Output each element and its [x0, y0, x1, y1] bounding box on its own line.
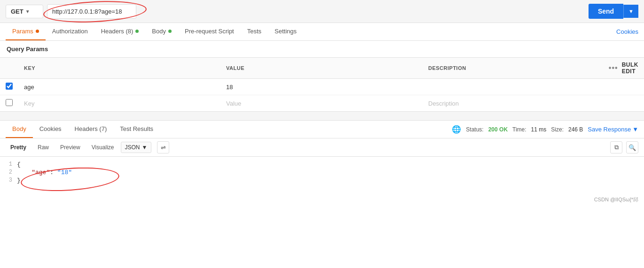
row1-checkbox[interactable] — [6, 83, 13, 90]
wrap-lines-button[interactable]: ⇌ — [157, 141, 169, 153]
format-tab-preview-label: Preview — [60, 144, 80, 151]
globe-icon: 🌐 — [452, 125, 461, 134]
line-num-3: 3 — [0, 177, 17, 184]
tab-authorization-label: Authorization — [52, 28, 88, 35]
row2-desc-cell: Description — [423, 95, 603, 112]
tab-params[interactable]: Params — [6, 23, 46, 40]
response-tab-headers-label: Headers (7) — [75, 125, 107, 132]
tab-headers-label: Headers (8) — [101, 28, 134, 35]
json-format-select[interactable]: JSON ▼ — [121, 142, 152, 153]
response-tab-headers[interactable]: Headers (7) — [68, 121, 114, 138]
query-params-header: Query Params — [0, 41, 644, 57]
wrap-lines-icon: ⇌ — [161, 144, 166, 151]
tab-authorization[interactable]: Authorization — [46, 23, 94, 40]
url-input[interactable] — [47, 4, 136, 19]
col-header-actions: ••• Bulk Edit — [603, 58, 644, 79]
cookies-link[interactable]: Cookies — [616, 28, 638, 35]
response-tab-cookies[interactable]: Cookies — [33, 121, 68, 138]
format-tab-raw[interactable]: Raw — [33, 142, 54, 153]
size-label: Size: — [551, 126, 564, 133]
watermark-text: CSDN @IIQSω[*邱 — [594, 197, 638, 202]
row2-desc-placeholder: Description — [428, 100, 459, 107]
method-select[interactable]: GET ▼ — [6, 5, 43, 18]
code-area: 1 { 2 "age": "18" 3 } — [0, 157, 644, 194]
tab-tests-label: Tests — [247, 28, 261, 35]
code-key-value: "age": "18" — [17, 169, 644, 176]
response-tab-cookies-label: Cookies — [39, 125, 62, 132]
search-button[interactable]: 🔍 — [626, 141, 638, 153]
status-value: 200 OK — [488, 126, 508, 133]
tab-settings[interactable]: Settings — [268, 23, 303, 40]
method-chevron-icon: ▼ — [25, 9, 30, 14]
send-button-group: Send ▼ — [589, 4, 638, 19]
col-header-key: KEY — [18, 58, 220, 79]
row2-value-cell: Value — [220, 95, 423, 112]
search-icon: 🔍 — [628, 144, 636, 151]
row2-key-cell: Key — [18, 95, 220, 112]
save-response-label: Save Response — [588, 126, 631, 133]
url-wrapper — [47, 4, 585, 19]
tab-tests[interactable]: Tests — [241, 23, 268, 40]
params-table: KEY VALUE DESCRIPTION ••• Bulk Edit ag — [0, 57, 644, 111]
code-line-3: 3 } — [0, 176, 644, 184]
copy-icon: ⧉ — [614, 144, 619, 151]
col-header-value: VALUE — [220, 58, 423, 79]
time-label: Time: — [512, 126, 526, 133]
row1-actions-cell — [603, 79, 644, 95]
response-tab-body[interactable]: Body — [6, 121, 33, 138]
response-tab-bar: Body Cookies Headers (7) Test Results 🌐 … — [0, 121, 644, 138]
method-label: GET — [11, 8, 24, 15]
headers-dot — [135, 30, 139, 33]
format-tab-pretty-label: Pretty — [10, 144, 26, 151]
row2-checkbox[interactable] — [6, 99, 13, 106]
response-meta: 🌐 Status: 200 OK Time: 11 ms Size: 246 B… — [452, 125, 638, 134]
url-bar: GET ▼ Send ▼ — [0, 0, 644, 23]
body-dot — [168, 30, 172, 33]
line-num-1: 1 — [0, 161, 17, 168]
watermark: CSDN @IIQSω[*邱 — [0, 194, 644, 205]
row1-key-value: age — [24, 84, 34, 91]
time-value: 11 ms — [531, 126, 547, 133]
row1-check-cell — [0, 79, 18, 95]
row1-value-cell: 18 — [220, 79, 423, 95]
copy-button[interactable]: ⧉ — [610, 141, 622, 153]
table-row: Key Value Description — [0, 95, 644, 112]
tab-body-label: Body — [152, 28, 166, 35]
send-dropdown-button[interactable]: ▼ — [623, 5, 638, 18]
row2-check-cell — [0, 95, 18, 112]
save-response-button[interactable]: Save Response ▼ — [588, 126, 638, 133]
query-params-label: Query Params — [7, 46, 48, 53]
request-tab-bar: Params Authorization Headers (8) Body Pr… — [0, 23, 644, 41]
row2-actions-cell — [603, 95, 644, 112]
tab-pre-request[interactable]: Pre-request Script — [178, 23, 241, 40]
tab-settings-label: Settings — [275, 28, 297, 35]
row1-key-cell: age — [18, 79, 220, 95]
row1-value-value: 18 — [226, 84, 233, 91]
response-tab-test-results-label: Test Results — [120, 125, 153, 132]
response-tab-test-results[interactable]: Test Results — [113, 121, 160, 138]
send-button[interactable]: Send — [589, 4, 623, 19]
section-divider — [0, 111, 644, 121]
json-format-label: JSON — [125, 144, 140, 151]
row2-key-placeholder: Key — [24, 100, 34, 107]
format-action-icons: ⧉ 🔍 — [610, 141, 638, 153]
col-header-check — [0, 58, 18, 79]
line-num-2: 2 — [0, 169, 17, 176]
format-bar: Pretty Raw Preview Visualize JSON ▼ ⇌ ⧉ … — [0, 138, 644, 157]
format-tab-raw-label: Raw — [38, 144, 49, 151]
format-tab-preview[interactable]: Preview — [55, 142, 85, 153]
code-colon: : — [50, 169, 57, 176]
bulk-edit-label[interactable]: Bulk Edit — [622, 61, 638, 75]
tab-body[interactable]: Body — [145, 23, 178, 40]
format-tab-visualize[interactable]: Visualize — [87, 142, 119, 153]
bulk-edit-dots-icon[interactable]: ••• — [609, 64, 618, 72]
col-header-desc: DESCRIPTION — [423, 58, 603, 79]
row1-desc-cell — [423, 79, 603, 95]
tab-pre-request-label: Pre-request Script — [185, 28, 234, 35]
code-value: "18" — [57, 169, 72, 176]
params-dot — [36, 30, 39, 33]
size-value: 246 B — [568, 126, 583, 133]
tab-headers[interactable]: Headers (8) — [94, 23, 146, 40]
code-brace-close: } — [17, 177, 644, 184]
format-tab-pretty[interactable]: Pretty — [6, 142, 31, 153]
